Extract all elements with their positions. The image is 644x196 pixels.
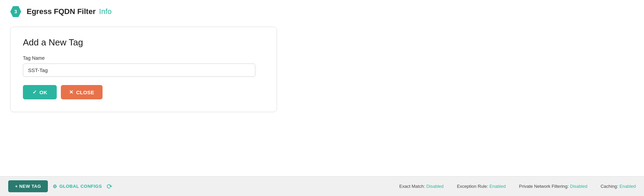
add-tag-card: Add a New Tag Tag Name ✓ OK ✕ CLOSE [10,27,277,112]
exact-match-label: Exact Match: [399,184,425,189]
button-row: ✓ OK ✕ CLOSE [23,85,264,99]
ok-button[interactable]: ✓ OK [23,85,57,99]
global-configs-button[interactable]: ⚙ GLOBAL CONFIGS [53,184,102,189]
main-content: Add a New Tag Tag Name ✓ OK ✕ CLOSE [0,23,644,176]
separator-1 [448,184,452,189]
close-button[interactable]: ✕ CLOSE [61,85,103,99]
page-title: Egress FQDN Filter Info [27,7,112,16]
refresh-button[interactable]: ⟳ [107,182,112,191]
separator-2 [510,184,514,189]
tag-name-label: Tag Name [23,55,264,61]
private-network-label: Private Network Filtering: [519,184,568,189]
footer-left: + NEW TAG ⚙ GLOBAL CONFIGS ⟳ [8,180,112,192]
footer-right: Exact Match: Disabled Exception Rule: En… [399,184,636,189]
checkmark-icon: ✓ [32,89,37,95]
gear-icon: ⚙ [53,184,57,189]
new-tag-button[interactable]: + NEW TAG [8,180,48,192]
exception-rule-group: Exception Rule: Enabled [457,184,506,189]
exact-match-status: Disabled [426,184,444,189]
exception-rule-label: Exception Rule: [457,184,488,189]
caching-status: Enabled [619,184,636,189]
private-network-group: Private Network Filtering: Disabled [519,184,587,189]
private-network-status: Disabled [570,184,588,189]
exception-rule-status: Enabled [489,184,506,189]
caching-group: Caching: Enabled [601,184,636,189]
separator-3 [592,184,596,189]
tag-name-input[interactable] [23,64,255,77]
card-title: Add a New Tag [23,37,264,48]
caching-label: Caching: [601,184,618,189]
refresh-icon: ⟳ [107,182,112,191]
step-badge: 3 [10,6,21,17]
x-icon: ✕ [69,89,73,95]
exact-match-group: Exact Match: Disabled [399,184,444,189]
info-link[interactable]: Info [99,7,112,16]
footer-toolbar: + NEW TAG ⚙ GLOBAL CONFIGS ⟳ Exact Match… [0,176,644,196]
page-header: 3 Egress FQDN Filter Info [0,0,644,23]
